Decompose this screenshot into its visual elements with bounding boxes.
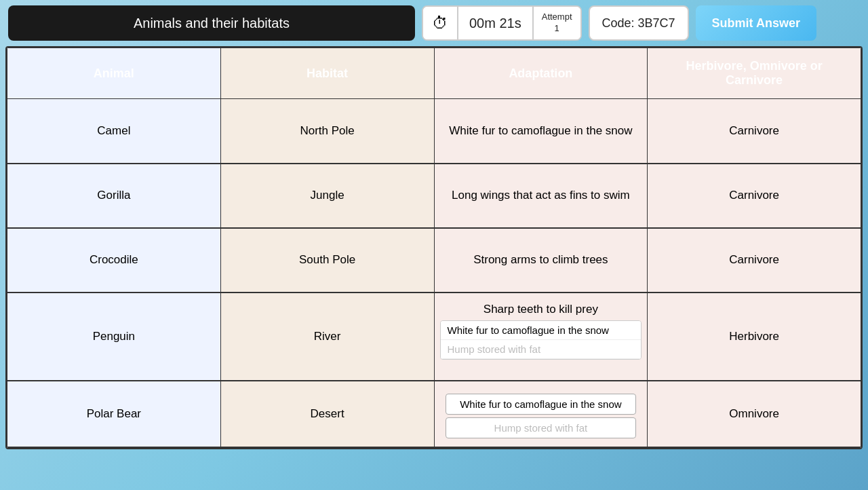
diet-cell-camel: Carnivore	[648, 99, 861, 164]
table-row: Penguin River Sharp teeth to kill prey W…	[7, 293, 861, 381]
habitat-cell-crocodile: South Pole	[220, 228, 434, 293]
attempt-number: 1	[555, 23, 559, 35]
diet-cell-polarbear: Omnivore	[648, 381, 861, 447]
animal-cell-gorilla: Gorilla	[7, 164, 221, 228]
main-table: Animal Habitat Adaptation Herbivore, Omn…	[7, 48, 861, 448]
animal-cell-penguin: Penguin	[7, 293, 221, 381]
submit-label: Submit Answer	[712, 16, 800, 30]
attempt-label: Attempt	[542, 12, 572, 23]
diet-cell-penguin: Herbivore	[648, 293, 861, 381]
timer-icon-box: ⏱	[423, 5, 458, 41]
table-row: Camel North Pole White fur to camoflague…	[7, 99, 861, 164]
adaptation-placeholder-polarbear[interactable]: Hump stored with fat	[446, 417, 637, 438]
table-header-row: Animal Habitat Adaptation Herbivore, Omn…	[7, 48, 861, 99]
timer-section: ⏱ 00m 21s Attempt 1	[422, 5, 582, 41]
adaptation-option-2[interactable]: Hump stored with fat	[441, 340, 642, 359]
page-title: Animals and their habitats	[8, 5, 415, 41]
habitat-cell-gorilla: Jungle	[220, 164, 434, 228]
diet-cell-gorilla: Carnivore	[648, 164, 861, 228]
timer-icon: ⏱	[432, 14, 448, 33]
col-header-adaptation: Adaptation	[434, 48, 648, 99]
header: Animals and their habitats ⏱ 00m 21s Att…	[0, 0, 868, 46]
timer-display: 00m 21s	[458, 16, 532, 31]
main-table-container: Animal Habitat Adaptation Herbivore, Omn…	[5, 46, 863, 449]
submit-button[interactable]: Submit Answer	[696, 5, 816, 41]
adaptation-dropdown-box-penguin[interactable]: White fur to camoflague in the snow Hump…	[440, 320, 642, 360]
col-header-animal: Animal	[7, 48, 221, 99]
code-text: Code: 3B7C7	[602, 16, 675, 31]
attempt-box: Attempt 1	[532, 5, 580, 41]
table-row: Polar Bear Desert White fur to camoflagu…	[7, 381, 861, 447]
animal-cell-polarbear: Polar Bear	[7, 381, 221, 447]
adaptation-dropdown-penguin[interactable]: Sharp teeth to kill prey White fur to ca…	[440, 303, 642, 360]
code-box: Code: 3B7C7	[589, 5, 689, 41]
table-row: Crocodile South Pole Strong arms to clim…	[7, 228, 861, 293]
habitat-cell-polarbear: Desert	[220, 381, 434, 447]
col-header-habitat: Habitat	[220, 48, 434, 99]
adaptation-cell-camel: White fur to camoflague in the snow	[434, 99, 648, 164]
adaptation-selected-penguin: Sharp teeth to kill prey	[440, 303, 642, 316]
title-text: Animals and their habitats	[134, 16, 290, 31]
adaptation-option-1[interactable]: White fur to camoflague in the snow	[441, 321, 642, 340]
adaptation-selected-polarbear[interactable]: White fur to camoflague in the snow	[446, 394, 637, 415]
habitat-cell-penguin: River	[220, 293, 434, 381]
adaptation-cell-crocodile: Strong arms to climb trees	[434, 228, 648, 293]
table-row: Gorilla Jungle Long wings that act as fi…	[7, 164, 861, 228]
col-header-diet: Herbivore, Omnivore or Carnivore	[648, 48, 861, 99]
animal-cell-camel: Camel	[7, 99, 221, 164]
adaptation-cell-gorilla: Long wings that act as fins to swim	[434, 164, 648, 228]
animal-cell-crocodile: Crocodile	[7, 228, 221, 293]
adaptation-dropdown-polarbear[interactable]: White fur to camoflague in the snow Hump…	[440, 391, 642, 441]
diet-cell-crocodile: Carnivore	[648, 228, 861, 293]
adaptation-cell-polarbear[interactable]: White fur to camoflague in the snow Hump…	[434, 381, 648, 447]
habitat-cell-camel: North Pole	[220, 99, 434, 164]
adaptation-cell-penguin[interactable]: Sharp teeth to kill prey White fur to ca…	[434, 293, 648, 381]
